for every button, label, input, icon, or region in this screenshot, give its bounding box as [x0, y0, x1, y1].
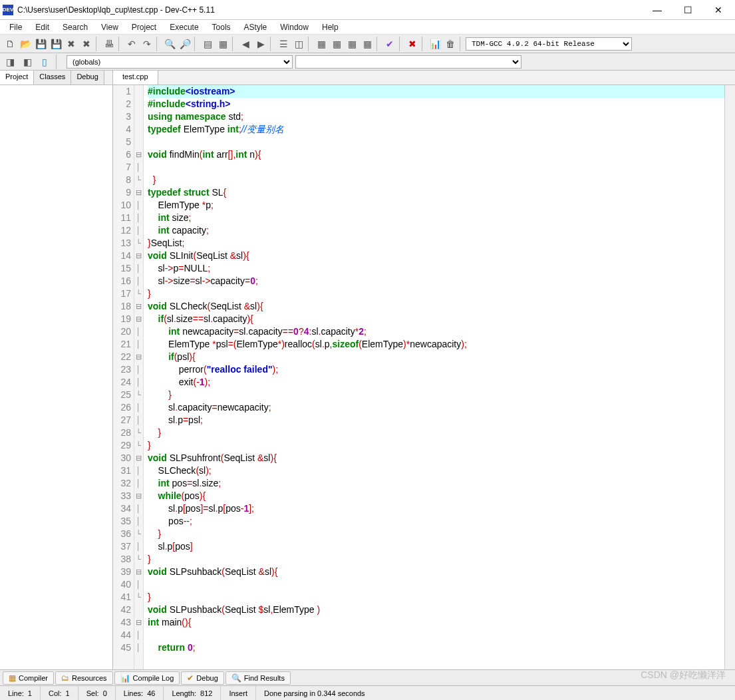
window-maximize-button[interactable]: ☐: [672, 0, 703, 20]
titlebar: DEV C:\Users\user\Desktop\lqb_cup\test.c…: [0, 0, 735, 20]
new-class-icon[interactable]: ◨: [3, 55, 17, 69]
tab-label: Compile Log: [133, 674, 174, 682]
sidebar-tabs: ProjectClassesDebug: [0, 71, 112, 85]
debug-compile-icon[interactable]: ▦: [314, 37, 329, 51]
undo-icon[interactable]: ↶: [124, 37, 139, 51]
menu-project[interactable]: Project: [125, 21, 163, 33]
new-file-icon[interactable]: 🗋: [3, 37, 17, 51]
toolbar-separator: [376, 37, 380, 51]
window-title: C:\Users\user\Desktop\lqb_cup\test.cpp -…: [17, 5, 642, 15]
compile-icon[interactable]: ▤: [200, 37, 215, 51]
tab-icon: ✔: [187, 673, 194, 683]
save-icon[interactable]: 💾: [33, 37, 48, 51]
debug-icon[interactable]: ✔: [382, 37, 397, 51]
close-file-icon[interactable]: ✖: [64, 37, 78, 51]
globals-select[interactable]: (globals): [67, 55, 293, 69]
menu-file[interactable]: File: [3, 21, 29, 33]
tab-icon: ▦: [9, 673, 16, 683]
toolbar-separator: [232, 37, 236, 51]
bottom-tab-compiler[interactable]: ▦Compiler: [3, 671, 54, 685]
tab-label: Find Results: [244, 674, 285, 682]
toolbar-separator: [194, 37, 198, 51]
find-icon[interactable]: 🔍: [162, 37, 177, 51]
status-sel: Sel:0: [78, 686, 116, 700]
bottom-tab-compile-log[interactable]: 📊Compile Log: [114, 671, 180, 685]
bookmark-icon[interactable]: ◫: [291, 37, 306, 51]
bottom-tab-resources[interactable]: 🗂Resources: [55, 671, 113, 685]
menu-astyle[interactable]: AStyle: [237, 21, 274, 33]
sidebar-tab-project[interactable]: Project: [0, 71, 34, 85]
debug-run-icon[interactable]: ▦: [329, 37, 344, 51]
toolbar-separator: [422, 37, 426, 51]
menu-window[interactable]: Window: [273, 21, 315, 33]
tab-label: Resources: [72, 674, 107, 682]
toolbar-separator: [460, 37, 464, 51]
status-parse: Done parsing in 0.344 seconds: [256, 686, 735, 700]
forward-icon[interactable]: ▶: [253, 37, 268, 51]
symbol-select[interactable]: [295, 55, 521, 69]
status-mode: Insert: [221, 686, 256, 700]
menu-edit[interactable]: Edit: [29, 21, 56, 33]
editor-area: test.cpp 1234567891011121314151617181920…: [113, 71, 735, 669]
insert-icon[interactable]: ▯: [37, 55, 52, 69]
tab-icon: 🔍: [231, 673, 241, 683]
window-close-button[interactable]: ✕: [703, 0, 734, 20]
code-editor[interactable]: 1234567891011121314151617181920212223242…: [113, 85, 735, 669]
toolbar-separator: [399, 37, 403, 51]
fold-gutter[interactable]: ⊟│└⊟│││└⊟││└⊟⊟││⊟││└││└└⊟││⊟││└│└⊟│└ ⊟││: [134, 85, 144, 669]
file-tabs: test.cpp: [113, 71, 735, 85]
code-content[interactable]: #include<iostream>#include<string.h>usin…: [144, 85, 724, 669]
open-file-icon[interactable]: 📂: [18, 37, 33, 51]
redo-icon[interactable]: ↷: [140, 37, 154, 51]
bottom-tab-find-results[interactable]: 🔍Find Results: [225, 671, 291, 685]
toolbar-separator: [308, 37, 312, 51]
toolbar-separator: [96, 37, 100, 51]
goto-icon[interactable]: ☰: [276, 37, 291, 51]
close-all-icon[interactable]: ✖: [79, 37, 94, 51]
menubar: FileEditSearchViewProjectExecuteToolsASt…: [0, 20, 735, 35]
line-gutter: 1234567891011121314151617181920212223242…: [113, 85, 134, 669]
toolbar-separator: [156, 37, 160, 51]
status-length: Length:812: [164, 686, 221, 700]
menu-view[interactable]: View: [94, 21, 125, 33]
run-icon[interactable]: ▦: [216, 37, 230, 51]
toolbar-separator: [270, 37, 274, 51]
bottom-tab-debug[interactable]: ✔Debug: [181, 671, 223, 685]
menu-tools[interactable]: Tools: [206, 21, 237, 33]
tab-icon: 📊: [120, 673, 130, 683]
compiler-select[interactable]: TDM-GCC 4.9.2 64-bit Release: [466, 37, 632, 51]
file-tab-test[interactable]: test.cpp: [113, 71, 158, 85]
back-icon[interactable]: ◀: [238, 37, 253, 51]
toolbar-separator: [118, 37, 122, 51]
bottom-panel-tabs: ▦Compiler🗂Resources📊Compile Log✔Debug🔍Fi…: [0, 669, 735, 685]
rebuild-all-icon[interactable]: ▦: [360, 37, 374, 51]
save-all-icon[interactable]: 💾: [49, 37, 63, 51]
stop-icon[interactable]: ✖: [405, 37, 420, 51]
trash-icon[interactable]: 🗑: [443, 37, 458, 51]
scrollbar-vertical[interactable]: [724, 85, 735, 669]
main-toolbar: 🗋 📂 💾 💾 ✖ ✖ 🖶 ↶ ↷ 🔍 🔎 ▤ ▦ ◀ ▶ ☰ ◫ ▦ ▦ ▦ …: [0, 35, 735, 53]
sidebar-tab-classes[interactable]: Classes: [34, 71, 71, 85]
print-icon[interactable]: 🖶: [102, 37, 116, 51]
status-lines: Lines:46: [116, 686, 164, 700]
menu-help[interactable]: Help: [315, 21, 345, 33]
sidebar: ProjectClassesDebug: [0, 71, 113, 669]
tab-icon: 🗂: [61, 673, 69, 683]
add-file-icon[interactable]: ◧: [20, 55, 35, 69]
status-line: Line:1: [0, 686, 41, 700]
status-col: Col:1: [41, 686, 78, 700]
rebuild-icon[interactable]: ▦: [345, 37, 359, 51]
window-minimize-button[interactable]: —: [642, 0, 672, 20]
profile-icon[interactable]: 📊: [428, 37, 442, 51]
statusbar: Line:1 Col:1 Sel:0 Lines:46 Length:812 I…: [0, 685, 735, 700]
replace-icon[interactable]: 🔎: [178, 37, 192, 51]
toolbar-separator: [56, 55, 60, 69]
secondary-toolbar: ◨ ◧ ▯ (globals): [0, 53, 735, 71]
sidebar-tab-debug[interactable]: Debug: [71, 71, 104, 85]
app-icon: DEV: [3, 5, 13, 15]
menu-execute[interactable]: Execute: [163, 21, 205, 33]
menu-search[interactable]: Search: [56, 21, 94, 33]
tab-label: Debug: [196, 674, 218, 682]
tab-label: Compiler: [19, 674, 48, 682]
